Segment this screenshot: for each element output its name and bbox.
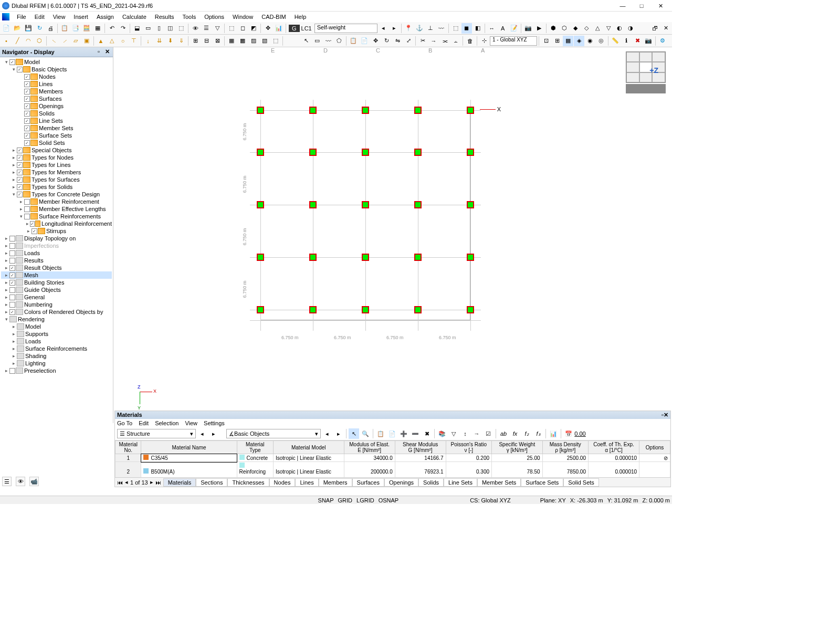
tb2-camera-icon[interactable]: 📷 (643, 36, 654, 46)
tree-checkbox[interactable] (9, 243, 15, 249)
table-tab[interactable]: Member Sets (477, 478, 521, 487)
tree-node[interactable]: ▸Lighting (1, 360, 112, 367)
tb-open-icon[interactable]: 📂 (12, 23, 23, 34)
mat-lib-icon[interactable]: 📚 (437, 428, 447, 439)
column-node[interactable] (362, 107, 369, 114)
tree-node[interactable]: ▸Result Objects (1, 264, 112, 271)
tb-new-icon[interactable]: 📄 (1, 23, 12, 34)
tree-node[interactable]: Line Sets (1, 117, 112, 124)
tree-node[interactable]: ▸Surface Reinforcements (1, 345, 112, 352)
tb2-hinge-icon[interactable]: ○ (118, 36, 128, 46)
tree-checkbox[interactable] (9, 309, 15, 315)
tb-table-icon[interactable]: ▦ (92, 23, 103, 34)
table-tab[interactable]: Surface Sets (521, 478, 563, 487)
tree-checkbox[interactable] (24, 103, 30, 109)
tb2-info-icon[interactable]: ℹ (621, 36, 632, 46)
tb2-measure-icon[interactable]: 📏 (610, 36, 621, 46)
column-node[interactable] (414, 201, 422, 208)
tree-node[interactable]: ▸Shading (1, 352, 112, 360)
menu-insert[interactable]: Insert (69, 13, 92, 21)
mat-insert-icon[interactable]: ➕ (398, 428, 409, 439)
tb-doc-icon[interactable]: 📋 (59, 23, 70, 34)
tb2-cs-icon[interactable]: ⊹ (479, 36, 489, 46)
nav-mode-eye-icon[interactable]: 👁 (16, 477, 25, 486)
tb2-paste-icon[interactable]: 📄 (359, 36, 370, 46)
tree-checkbox[interactable] (24, 199, 30, 205)
mat-fx4-icon[interactable]: f₃ (533, 428, 543, 439)
tb2-delete-icon[interactable]: ✖ (632, 36, 643, 46)
tb-view1-icon[interactable]: ▭ (143, 23, 153, 34)
tb-invert-icon[interactable]: ◩ (248, 23, 259, 34)
tb-solid-icon[interactable]: ◼ (461, 23, 472, 34)
tb-design6-icon[interactable]: ▽ (603, 23, 614, 34)
tb2-cursor-icon[interactable]: ↖ (301, 36, 311, 46)
tree-node[interactable]: ▸Mesh (1, 271, 112, 279)
tb-design8-icon[interactable]: ◑ (625, 23, 636, 34)
tree-node[interactable]: Solids (1, 110, 112, 117)
maximize-button[interactable]: □ (632, 1, 651, 11)
tree-checkbox[interactable] (9, 295, 15, 300)
tree-checkbox[interactable] (24, 214, 30, 219)
column-node[interactable] (257, 306, 264, 313)
column-node[interactable] (362, 306, 369, 313)
tree-node[interactable]: ▾Model (1, 58, 112, 66)
tree-checkbox[interactable] (9, 250, 15, 256)
tb2-member-icon[interactable]: ⟍ (48, 36, 59, 46)
column-node[interactable] (309, 254, 317, 261)
table-tab[interactable]: Thicknesses (227, 478, 269, 487)
tb-dim-icon[interactable]: ↔ (487, 23, 497, 34)
tree-checkbox[interactable] (9, 59, 15, 65)
mat-next-icon[interactable]: ▸ (208, 428, 219, 439)
menu-edit[interactable]: Edit (30, 13, 49, 21)
tb2-sup1-icon[interactable]: ▲ (96, 36, 106, 46)
tb2-load4-icon[interactable]: ⇓ (176, 36, 186, 46)
tb2-snap3-icon[interactable]: ▦ (563, 36, 573, 46)
mat-go-icon[interactable]: → (471, 428, 482, 439)
tree-checkbox[interactable] (32, 228, 37, 234)
navigation-cube[interactable]: +Z (626, 51, 666, 99)
tree-checkbox[interactable] (17, 155, 23, 161)
tree-node[interactable]: Nodes (1, 73, 112, 80)
tree-checkbox[interactable] (17, 148, 23, 153)
cs-selector[interactable]: 1 - Global XYZ (490, 36, 537, 46)
tb2-box-icon[interactable]: ▭ (312, 36, 322, 46)
column-node[interactable] (309, 306, 317, 313)
table-tab[interactable]: Openings (384, 478, 418, 487)
tree-checkbox[interactable] (17, 170, 23, 175)
tb2-mesh2-icon[interactable]: ▩ (237, 36, 248, 46)
tree-node[interactable]: ▸Longitudinal Reinforcement (1, 220, 112, 227)
mat-copy-icon[interactable]: 📋 (375, 428, 386, 439)
menu-calculate[interactable]: Calculate (118, 13, 151, 21)
tb-units-icon[interactable]: ⬓ (132, 23, 142, 34)
mat-cursor-icon[interactable]: ↖ (349, 428, 359, 439)
tb2-load1-icon[interactable]: ↓ (143, 36, 153, 46)
mat-menu-goto[interactable]: Go To (117, 420, 132, 426)
tree-node[interactable]: Openings (1, 102, 112, 110)
tb-text-icon[interactable]: A (498, 23, 508, 34)
tb-anchor-icon[interactable]: ⚓ (414, 23, 425, 34)
tb-show-icon[interactable]: 👁 (190, 23, 201, 34)
materials-table[interactable]: MaterialNo.Material NameMaterialTypeMate… (115, 440, 670, 477)
column-node[interactable] (309, 107, 317, 114)
tree-checkbox[interactable] (9, 272, 15, 278)
tree-checkbox[interactable] (24, 125, 30, 131)
menu-assign[interactable]: Assign (92, 13, 118, 21)
column-node[interactable] (362, 149, 369, 156)
tb-anim-icon[interactable]: ▶ (534, 23, 544, 34)
column-node[interactable] (257, 149, 264, 156)
tb-lc-next-icon[interactable]: ▸ (389, 23, 400, 34)
tab-last-icon[interactable]: ⏭ (155, 479, 161, 486)
tb-wire-icon[interactable]: ⬚ (450, 23, 461, 34)
tb2-lasso-icon[interactable]: 〰 (323, 36, 333, 46)
table-tab[interactable]: Materials (163, 478, 196, 487)
column-node[interactable] (467, 306, 474, 313)
mat-next2-icon[interactable]: ▸ (333, 428, 344, 439)
tb-spring-icon[interactable]: 〰 (436, 23, 447, 34)
table-tab[interactable]: Lines (295, 478, 318, 487)
nav-mode-cam-icon[interactable]: 📹 (29, 477, 39, 486)
mat-category-selector[interactable]: ☰ Structure▾ (117, 429, 196, 438)
tree-checkbox[interactable] (17, 162, 23, 168)
mat-clear-icon[interactable]: ✖ (422, 428, 432, 439)
minimize-button[interactable]: — (613, 1, 632, 11)
mat-menu-selection[interactable]: Selection (155, 420, 178, 426)
